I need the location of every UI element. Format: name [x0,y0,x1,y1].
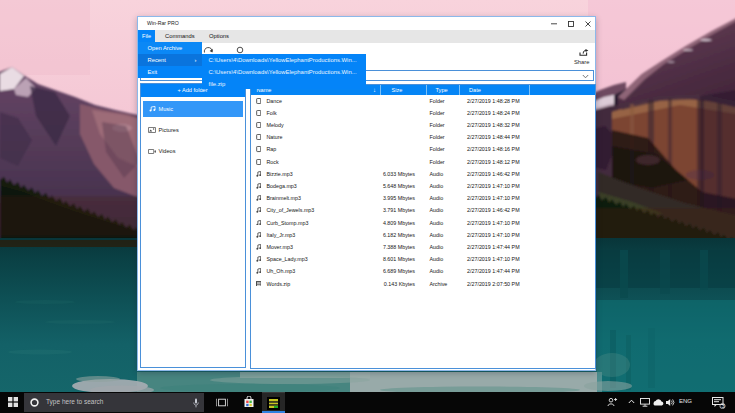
svg-text:3: 3 [721,403,724,409]
